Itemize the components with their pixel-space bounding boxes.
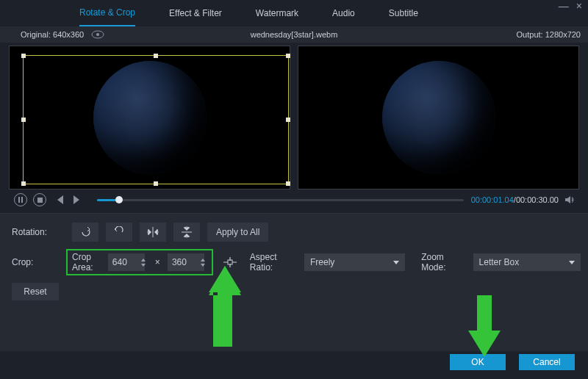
zoom-mode-value: Letter Box <box>479 257 520 267</box>
dimension-x-icon: × <box>155 257 160 267</box>
prev-frame-button[interactable] <box>51 192 66 207</box>
center-crop-button[interactable] <box>220 253 240 271</box>
crop-rectangle[interactable] <box>23 55 289 184</box>
time-current: 00:00:01.04 <box>471 195 514 204</box>
crop-handle-tm[interactable] <box>154 54 158 58</box>
svg-rect-2 <box>18 197 20 203</box>
close-icon[interactable]: × <box>576 0 582 12</box>
apply-to-all-button[interactable]: Apply to All <box>207 223 268 242</box>
tab-watermark[interactable]: Watermark <box>256 0 298 26</box>
flip-vertical-button[interactable] <box>173 223 200 242</box>
tab-effect-filter[interactable]: Effect & Filter <box>169 0 222 26</box>
minimize-icon[interactable]: — <box>559 0 569 12</box>
tab-rotate-crop[interactable]: Rotate & Crop <box>79 0 135 26</box>
stop-button[interactable] <box>32 192 47 207</box>
volume-icon[interactable] <box>564 195 575 205</box>
chevron-down-icon <box>393 261 399 264</box>
crop-handle-mr[interactable] <box>286 118 290 122</box>
svg-rect-4 <box>37 198 43 203</box>
crop-handle-br[interactable] <box>286 181 290 186</box>
video-frame-image <box>382 61 495 174</box>
settings-panel: Rotation: Apply to All Crop: Crop Area: … <box>0 213 588 351</box>
svg-rect-3 <box>21 197 23 203</box>
window-controls: — × <box>559 0 582 12</box>
crop-handle-tr[interactable] <box>286 54 290 58</box>
tab-audio[interactable]: Audio <box>332 0 355 26</box>
crop-width-spinner[interactable] <box>139 253 148 271</box>
original-size-label: Original: 640x360 <box>21 30 84 39</box>
time-display: 00:00:01.04/00:00:30.00 <box>471 195 559 204</box>
crop-handle-tl[interactable] <box>21 54 26 58</box>
preview-eye-icon[interactable] <box>91 30 104 39</box>
aspect-ratio-value: Freely <box>310 257 334 267</box>
crop-area-label: Crop Area: <box>72 252 104 272</box>
footer-buttons: OK Cancel <box>450 354 575 370</box>
seek-slider[interactable] <box>97 199 464 201</box>
ok-button[interactable]: OK <box>450 354 506 370</box>
seek-thumb[interactable] <box>115 196 123 203</box>
original-preview[interactable] <box>9 46 290 190</box>
playback-controls: 00:00:01.04/00:00:30.00 <box>0 190 588 210</box>
reset-button[interactable]: Reset <box>12 283 59 300</box>
info-bar: Original: 640x360 wednesday[3star].webm … <box>0 26 588 43</box>
crop-handle-ml[interactable] <box>21 118 26 122</box>
crop-handle-bl[interactable] <box>21 181 26 186</box>
preview-area <box>0 43 588 190</box>
rotation-label: Rotation: <box>12 227 72 237</box>
time-total: 00:00:30.00 <box>516 195 559 204</box>
rotate-left-button[interactable] <box>72 223 98 242</box>
next-frame-button[interactable] <box>71 192 85 207</box>
flip-horizontal-button[interactable] <box>140 223 166 242</box>
chevron-down-icon <box>569 261 575 264</box>
tab-subtitle[interactable]: Subtitle <box>389 0 418 26</box>
output-size-label: Output: 1280x720 <box>517 30 581 39</box>
aspect-ratio-label: Aspect Ratio: <box>250 252 298 272</box>
svg-point-1 <box>96 33 99 36</box>
rotate-right-button[interactable] <box>106 223 132 242</box>
crop-height-spinner[interactable] <box>198 253 207 271</box>
crop-label: Crop: <box>12 257 68 267</box>
zoom-mode-select[interactable]: Letter Box <box>473 253 581 271</box>
crop-handle-bm[interactable] <box>154 181 158 186</box>
tab-bar: Rotate & Crop Effect & Filter Watermark … <box>0 0 588 26</box>
zoom-mode-label: Zoom Mode: <box>421 252 467 272</box>
cancel-button[interactable]: Cancel <box>519 354 575 370</box>
pause-button[interactable] <box>13 192 28 207</box>
output-preview <box>298 46 579 190</box>
aspect-ratio-select[interactable]: Freely <box>304 253 405 271</box>
crop-area-group: Crop Area: × <box>66 249 213 275</box>
filename-label: wednesday[3star].webm <box>251 30 338 39</box>
